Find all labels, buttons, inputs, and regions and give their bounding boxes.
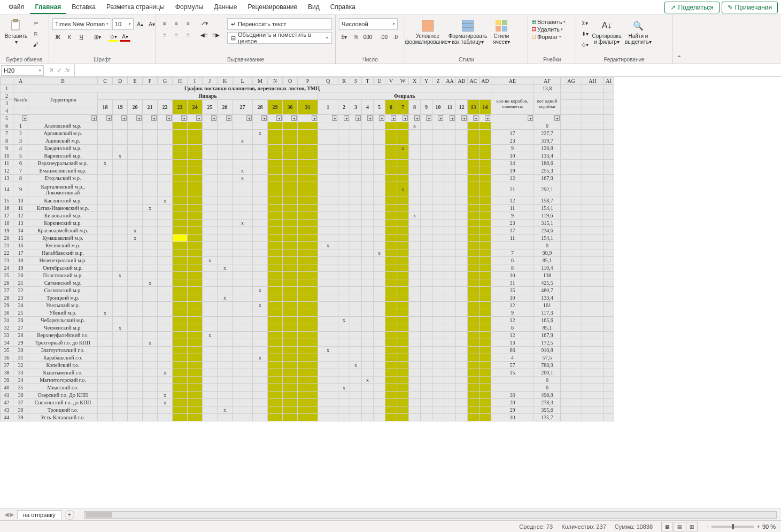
cell[interactable] [128, 152, 143, 160]
cell[interactable]: ▾ [421, 115, 432, 122]
cell[interactable] [480, 242, 491, 249]
comma-button[interactable]: 000 [362, 32, 373, 42]
cell[interactable] [218, 317, 233, 324]
cell[interactable] [561, 220, 582, 227]
cell[interactable] [188, 145, 203, 152]
cell[interactable] [421, 302, 432, 309]
cell[interactable] [188, 369, 203, 377]
cell[interactable] [203, 414, 218, 421]
cell[interactable] [604, 197, 614, 205]
cell[interactable] [480, 309, 491, 317]
cell[interactable] [561, 257, 582, 264]
cell[interactable] [158, 414, 173, 421]
cell[interactable] [421, 234, 432, 242]
cell[interactable] [374, 220, 385, 227]
row-header[interactable]: 2 [1, 92, 13, 100]
cell[interactable] [113, 399, 128, 406]
cell[interactable] [444, 287, 456, 294]
cell[interactable] [28, 107, 98, 115]
cell[interactable] [468, 294, 480, 302]
cell[interactable]: 2 [13, 130, 28, 137]
cell[interactable] [480, 137, 491, 145]
row-header[interactable]: 44 [1, 414, 13, 421]
cell[interactable] [158, 249, 173, 257]
cell[interactable] [397, 212, 409, 220]
cell[interactable] [582, 145, 604, 152]
cell[interactable] [98, 145, 113, 152]
cell[interactable] [268, 414, 283, 421]
cell[interactable] [480, 234, 491, 242]
cell[interactable] [338, 212, 350, 220]
cell[interactable] [268, 287, 283, 294]
row-header[interactable]: 31 [1, 317, 13, 324]
cell[interactable]: 138 [534, 272, 561, 279]
cell[interactable] [604, 279, 614, 287]
cell[interactable]: 227,7 [534, 130, 561, 137]
cell[interactable] [468, 160, 480, 167]
cell[interactable]: x [233, 220, 253, 227]
cell[interactable] [128, 369, 143, 377]
cell[interactable] [283, 145, 298, 152]
cell[interactable] [298, 227, 318, 234]
cell[interactable] [283, 414, 298, 421]
cell[interactable] [409, 242, 421, 249]
cell[interactable] [253, 324, 268, 332]
cell[interactable] [432, 347, 444, 354]
cell[interactable] [268, 347, 283, 354]
cell[interactable] [98, 384, 113, 392]
cell[interactable] [561, 369, 582, 377]
cell[interactable]: Пластовский м.р. [28, 272, 98, 279]
cell[interactable] [218, 369, 233, 377]
copy-button[interactable]: ⎘ [30, 29, 41, 38]
cell[interactable] [283, 160, 298, 167]
cell[interactable] [128, 287, 143, 294]
cell[interactable] [444, 279, 456, 287]
cell[interactable] [128, 242, 143, 249]
cell[interactable]: 17 [13, 249, 28, 257]
cell[interactable] [456, 130, 468, 137]
cell[interactable] [98, 234, 113, 242]
cell[interactable] [188, 137, 203, 145]
cell[interactable] [421, 197, 432, 205]
cell[interactable] [318, 339, 338, 347]
cell[interactable] [350, 369, 362, 377]
format-painter-button[interactable]: 🖌 [30, 40, 41, 49]
cell[interactable] [218, 130, 233, 137]
cell[interactable] [203, 145, 218, 152]
cell[interactable] [456, 339, 468, 347]
cell[interactable] [444, 369, 456, 377]
cell[interactable] [468, 414, 480, 421]
cell[interactable] [385, 272, 397, 279]
cell[interactable] [173, 332, 188, 339]
cell[interactable] [143, 287, 158, 294]
filter-button[interactable]: ▾ [438, 115, 443, 121]
cell[interactable] [113, 287, 128, 294]
cell[interactable] [113, 145, 128, 152]
cell[interactable] [158, 160, 173, 167]
cell[interactable] [582, 362, 604, 369]
cell[interactable] [561, 414, 582, 421]
cell[interactable]: ▾ [143, 115, 158, 122]
cell[interactable] [318, 249, 338, 257]
cell[interactable] [253, 122, 268, 130]
cell[interactable]: 26 [13, 317, 28, 324]
cell[interactable] [173, 302, 188, 309]
cell[interactable]: Карабашский г.о. [28, 354, 98, 362]
cell[interactable] [283, 137, 298, 145]
cell[interactable] [98, 377, 113, 384]
cell[interactable] [409, 137, 421, 145]
cell[interactable] [350, 414, 362, 421]
cell[interactable] [604, 347, 614, 354]
cell[interactable] [582, 234, 604, 242]
cell[interactable] [561, 100, 582, 107]
cell[interactable] [468, 377, 480, 384]
cell[interactable] [128, 392, 143, 399]
cell[interactable] [218, 399, 233, 406]
cell[interactable] [158, 145, 173, 152]
cell[interactable] [385, 122, 397, 130]
cell[interactable] [397, 317, 409, 324]
cell[interactable] [480, 399, 491, 406]
cell[interactable] [385, 242, 397, 249]
cell[interactable]: x [143, 279, 158, 287]
cell[interactable] [283, 272, 298, 279]
